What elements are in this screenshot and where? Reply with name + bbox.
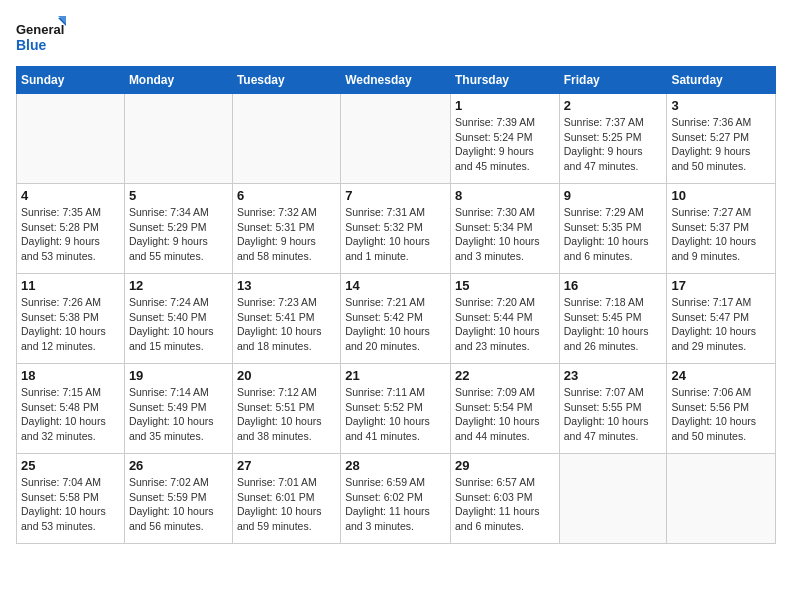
day-info: Sunrise: 7:26 AM Sunset: 5:38 PM Dayligh…: [21, 295, 120, 354]
calendar-cell: 11Sunrise: 7:26 AM Sunset: 5:38 PM Dayli…: [17, 274, 125, 364]
day-number: 25: [21, 458, 120, 473]
day-number: 28: [345, 458, 446, 473]
day-number: 18: [21, 368, 120, 383]
calendar-cell: 15Sunrise: 7:20 AM Sunset: 5:44 PM Dayli…: [450, 274, 559, 364]
day-number: 29: [455, 458, 555, 473]
calendar-week-row: 11Sunrise: 7:26 AM Sunset: 5:38 PM Dayli…: [17, 274, 776, 364]
calendar-cell: 10Sunrise: 7:27 AM Sunset: 5:37 PM Dayli…: [667, 184, 776, 274]
day-number: 11: [21, 278, 120, 293]
day-number: 8: [455, 188, 555, 203]
day-number: 13: [237, 278, 336, 293]
header-thursday: Thursday: [450, 67, 559, 94]
day-number: 5: [129, 188, 228, 203]
calendar-header-row: SundayMondayTuesdayWednesdayThursdayFrid…: [17, 67, 776, 94]
day-info: Sunrise: 7:11 AM Sunset: 5:52 PM Dayligh…: [345, 385, 446, 444]
calendar-cell: 5Sunrise: 7:34 AM Sunset: 5:29 PM Daylig…: [124, 184, 232, 274]
calendar: SundayMondayTuesdayWednesdayThursdayFrid…: [16, 66, 776, 544]
day-info: Sunrise: 7:34 AM Sunset: 5:29 PM Dayligh…: [129, 205, 228, 264]
calendar-cell: 17Sunrise: 7:17 AM Sunset: 5:47 PM Dayli…: [667, 274, 776, 364]
header-friday: Friday: [559, 67, 667, 94]
calendar-cell: [559, 454, 667, 544]
day-number: 15: [455, 278, 555, 293]
day-number: 14: [345, 278, 446, 293]
calendar-cell: 3Sunrise: 7:36 AM Sunset: 5:27 PM Daylig…: [667, 94, 776, 184]
day-info: Sunrise: 7:29 AM Sunset: 5:35 PM Dayligh…: [564, 205, 663, 264]
day-info: Sunrise: 7:20 AM Sunset: 5:44 PM Dayligh…: [455, 295, 555, 354]
day-number: 6: [237, 188, 336, 203]
day-number: 22: [455, 368, 555, 383]
calendar-cell: [341, 94, 451, 184]
svg-text:Blue: Blue: [16, 37, 47, 53]
calendar-cell: 21Sunrise: 7:11 AM Sunset: 5:52 PM Dayli…: [341, 364, 451, 454]
calendar-cell: 18Sunrise: 7:15 AM Sunset: 5:48 PM Dayli…: [17, 364, 125, 454]
header-tuesday: Tuesday: [232, 67, 340, 94]
day-number: 9: [564, 188, 663, 203]
day-info: Sunrise: 7:39 AM Sunset: 5:24 PM Dayligh…: [455, 115, 555, 174]
day-number: 24: [671, 368, 771, 383]
calendar-week-row: 1Sunrise: 7:39 AM Sunset: 5:24 PM Daylig…: [17, 94, 776, 184]
day-info: Sunrise: 7:23 AM Sunset: 5:41 PM Dayligh…: [237, 295, 336, 354]
day-number: 7: [345, 188, 446, 203]
day-info: Sunrise: 7:21 AM Sunset: 5:42 PM Dayligh…: [345, 295, 446, 354]
day-info: Sunrise: 7:02 AM Sunset: 5:59 PM Dayligh…: [129, 475, 228, 534]
calendar-cell: [232, 94, 340, 184]
header-monday: Monday: [124, 67, 232, 94]
calendar-cell: 8Sunrise: 7:30 AM Sunset: 5:34 PM Daylig…: [450, 184, 559, 274]
calendar-cell: 27Sunrise: 7:01 AM Sunset: 6:01 PM Dayli…: [232, 454, 340, 544]
day-info: Sunrise: 7:04 AM Sunset: 5:58 PM Dayligh…: [21, 475, 120, 534]
day-number: 27: [237, 458, 336, 473]
calendar-cell: 20Sunrise: 7:12 AM Sunset: 5:51 PM Dayli…: [232, 364, 340, 454]
day-info: Sunrise: 7:37 AM Sunset: 5:25 PM Dayligh…: [564, 115, 663, 174]
day-number: 10: [671, 188, 771, 203]
calendar-cell: [124, 94, 232, 184]
day-info: Sunrise: 7:31 AM Sunset: 5:32 PM Dayligh…: [345, 205, 446, 264]
calendar-cell: 9Sunrise: 7:29 AM Sunset: 5:35 PM Daylig…: [559, 184, 667, 274]
calendar-week-row: 4Sunrise: 7:35 AM Sunset: 5:28 PM Daylig…: [17, 184, 776, 274]
day-number: 17: [671, 278, 771, 293]
calendar-cell: 12Sunrise: 7:24 AM Sunset: 5:40 PM Dayli…: [124, 274, 232, 364]
day-info: Sunrise: 7:27 AM Sunset: 5:37 PM Dayligh…: [671, 205, 771, 264]
calendar-week-row: 25Sunrise: 7:04 AM Sunset: 5:58 PM Dayli…: [17, 454, 776, 544]
day-info: Sunrise: 7:14 AM Sunset: 5:49 PM Dayligh…: [129, 385, 228, 444]
day-info: Sunrise: 7:18 AM Sunset: 5:45 PM Dayligh…: [564, 295, 663, 354]
day-info: Sunrise: 7:15 AM Sunset: 5:48 PM Dayligh…: [21, 385, 120, 444]
header-wednesday: Wednesday: [341, 67, 451, 94]
calendar-cell: 29Sunrise: 6:57 AM Sunset: 6:03 PM Dayli…: [450, 454, 559, 544]
day-number: 16: [564, 278, 663, 293]
calendar-cell: 19Sunrise: 7:14 AM Sunset: 5:49 PM Dayli…: [124, 364, 232, 454]
day-number: 4: [21, 188, 120, 203]
calendar-cell: 14Sunrise: 7:21 AM Sunset: 5:42 PM Dayli…: [341, 274, 451, 364]
day-info: Sunrise: 7:17 AM Sunset: 5:47 PM Dayligh…: [671, 295, 771, 354]
svg-text:General: General: [16, 22, 64, 37]
day-info: Sunrise: 7:32 AM Sunset: 5:31 PM Dayligh…: [237, 205, 336, 264]
day-number: 21: [345, 368, 446, 383]
day-number: 20: [237, 368, 336, 383]
header-saturday: Saturday: [667, 67, 776, 94]
day-info: Sunrise: 6:57 AM Sunset: 6:03 PM Dayligh…: [455, 475, 555, 534]
header-sunday: Sunday: [17, 67, 125, 94]
day-number: 3: [671, 98, 771, 113]
day-number: 23: [564, 368, 663, 383]
day-info: Sunrise: 6:59 AM Sunset: 6:02 PM Dayligh…: [345, 475, 446, 534]
calendar-week-row: 18Sunrise: 7:15 AM Sunset: 5:48 PM Dayli…: [17, 364, 776, 454]
day-info: Sunrise: 7:35 AM Sunset: 5:28 PM Dayligh…: [21, 205, 120, 264]
day-info: Sunrise: 7:09 AM Sunset: 5:54 PM Dayligh…: [455, 385, 555, 444]
day-info: Sunrise: 7:30 AM Sunset: 5:34 PM Dayligh…: [455, 205, 555, 264]
calendar-cell: 25Sunrise: 7:04 AM Sunset: 5:58 PM Dayli…: [17, 454, 125, 544]
day-info: Sunrise: 7:12 AM Sunset: 5:51 PM Dayligh…: [237, 385, 336, 444]
calendar-cell: 7Sunrise: 7:31 AM Sunset: 5:32 PM Daylig…: [341, 184, 451, 274]
logo: General Blue: [16, 16, 66, 58]
day-number: 26: [129, 458, 228, 473]
calendar-cell: 1Sunrise: 7:39 AM Sunset: 5:24 PM Daylig…: [450, 94, 559, 184]
calendar-cell: 26Sunrise: 7:02 AM Sunset: 5:59 PM Dayli…: [124, 454, 232, 544]
calendar-cell: 16Sunrise: 7:18 AM Sunset: 5:45 PM Dayli…: [559, 274, 667, 364]
day-number: 12: [129, 278, 228, 293]
calendar-cell: 24Sunrise: 7:06 AM Sunset: 5:56 PM Dayli…: [667, 364, 776, 454]
calendar-cell: 6Sunrise: 7:32 AM Sunset: 5:31 PM Daylig…: [232, 184, 340, 274]
logo-icon: General Blue: [16, 16, 66, 58]
day-info: Sunrise: 7:06 AM Sunset: 5:56 PM Dayligh…: [671, 385, 771, 444]
header: General Blue: [16, 16, 776, 58]
calendar-cell: 23Sunrise: 7:07 AM Sunset: 5:55 PM Dayli…: [559, 364, 667, 454]
day-info: Sunrise: 7:01 AM Sunset: 6:01 PM Dayligh…: [237, 475, 336, 534]
calendar-cell: [17, 94, 125, 184]
